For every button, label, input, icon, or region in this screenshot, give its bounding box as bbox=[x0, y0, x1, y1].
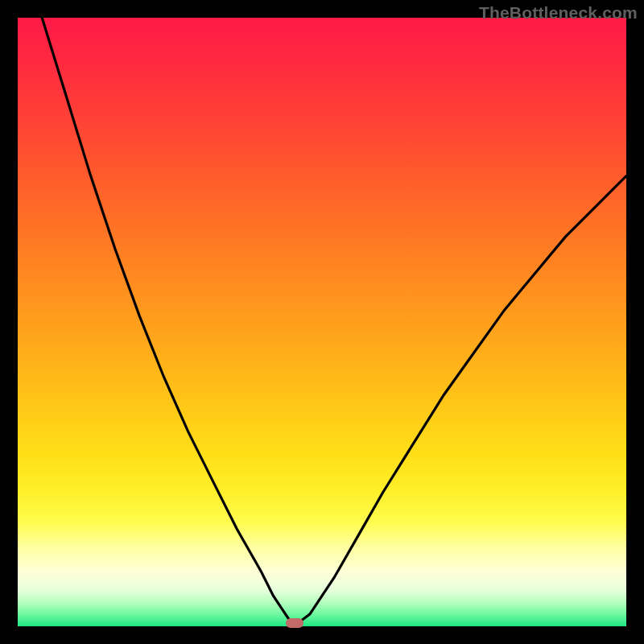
watermark-text: TheBottleneck.com bbox=[479, 3, 638, 23]
plot-area bbox=[18, 18, 626, 626]
chart-container: TheBottleneck.com bbox=[0, 0, 644, 644]
bottleneck-curve bbox=[18, 18, 626, 626]
minimum-marker bbox=[286, 618, 303, 628]
